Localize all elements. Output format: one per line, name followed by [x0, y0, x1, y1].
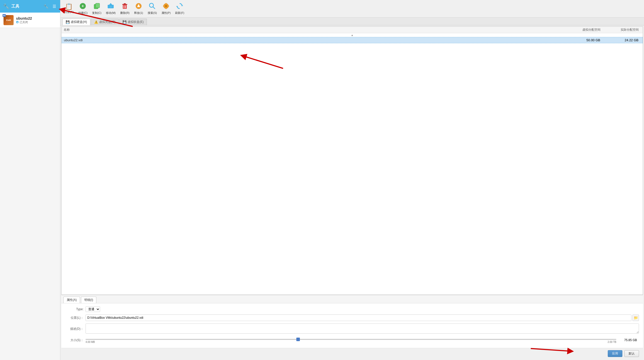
- size-min-label: 4.00 MB: [86, 341, 95, 343]
- vm-thumbnail: 64 EaM: [4, 15, 14, 25]
- collapse-indicator[interactable]: ▲: [62, 33, 643, 37]
- size-slider[interactable]: [86, 339, 616, 340]
- properties-button[interactable]: 属性(P): [159, 2, 173, 16]
- main-panel: 📋 注册(A) + 创建(C): [60, 0, 644, 360]
- description-textarea[interactable]: [86, 324, 639, 334]
- refresh-label: 刷新(F): [175, 11, 184, 15]
- svg-rect-21: [168, 6, 169, 7]
- vcd-icon: ⚠️: [94, 20, 98, 24]
- move-label: 移动(M): [106, 11, 116, 15]
- tab-vcd-label: 虚拟光盘(O): [99, 20, 115, 24]
- col-virtual-header: 虚拟分配空间: [560, 28, 600, 32]
- register-icon: 📋: [65, 4, 73, 10]
- size-current-value: 75.85 GB: [616, 338, 639, 342]
- toolbar: 📋 注册(A) + 创建(C): [60, 0, 644, 18]
- svg-text:→: →: [109, 5, 112, 8]
- svg-point-17: [165, 5, 167, 7]
- location-value: 📁: [86, 314, 639, 321]
- svg-rect-20: [163, 6, 164, 7]
- vm-status-text: 已关闭: [20, 20, 28, 24]
- vm-name: ubuntu22: [16, 16, 32, 20]
- refresh-icon: [176, 3, 183, 11]
- size-label: 大小(S)：: [65, 338, 86, 342]
- tab-vhd[interactable]: 💾 虚拟硬盘(H): [62, 19, 90, 25]
- tab-vfd-label: 虚拟软盘(E): [128, 20, 144, 24]
- copy-button[interactable]: 复制(C): [90, 2, 103, 16]
- disk-list-content: ubuntu22.vdi 50.00 GB 24.22 GB: [62, 37, 643, 295]
- vm-info: ubuntu22 已关闭: [16, 16, 32, 24]
- col-actual-header: 实际分配空间: [600, 28, 641, 32]
- svg-marker-22: [181, 5, 183, 6]
- collapse-icon: ▲: [351, 34, 353, 36]
- move-button[interactable]: → 移动(M): [104, 2, 118, 16]
- description-label: 描述(D)：: [65, 327, 86, 331]
- register-label: 注册(A): [64, 10, 74, 14]
- copy-icon: [93, 3, 100, 11]
- search-button[interactable]: 搜索(S): [146, 2, 159, 16]
- tab-attributes[interactable]: 属性(A): [63, 297, 80, 303]
- release-icon: [135, 3, 142, 11]
- default-button[interactable]: 默认: [624, 350, 639, 357]
- content-area: 名称 虚拟分配空间 实际分配空间 ▲ ubuntu22.vdi 50.00 GB…: [61, 26, 643, 295]
- delete-icon: [121, 3, 128, 11]
- search-label: 搜索(S): [148, 11, 157, 15]
- disk-virtual-size: 50.00 GB: [560, 38, 600, 42]
- tab-details-label: 明细(I): [84, 298, 93, 302]
- type-value: 普通 差分: [86, 306, 639, 312]
- svg-rect-3: [96, 3, 100, 8]
- sidebar-header-actions: 🔧 ☰: [43, 4, 57, 9]
- disk-manager-area: 名称 虚拟分配空间 实际分配空间 ▲ ubuntu22.vdi 50.00 GB…: [61, 26, 643, 359]
- properties-content: Type: 普通 差分 位置(L)： 📁: [61, 303, 643, 348]
- size-max-label: 2.00 TB: [608, 341, 616, 343]
- vm-badge: 64: [3, 14, 6, 17]
- tab-vhd-label: 虚拟硬盘(H): [71, 20, 87, 24]
- delete-label: 删除(R): [120, 11, 130, 15]
- menu-icon-btn[interactable]: ☰: [52, 4, 57, 9]
- tab-bar: 💾 虚拟硬盘(H) ⚠️ 虚拟光盘(O) 💾 虚拟软盘(E): [60, 18, 644, 25]
- wrench-icon-btn[interactable]: 🔧: [43, 4, 50, 9]
- type-row: Type: 普通 差分: [65, 306, 639, 312]
- vm-list-item[interactable]: 64 EaM ubuntu22 已关闭: [0, 13, 60, 28]
- refresh-button[interactable]: 刷新(F): [173, 2, 186, 16]
- copy-label: 复制(C): [92, 11, 101, 15]
- location-label: 位置(L)：: [65, 316, 86, 320]
- svg-rect-19: [166, 8, 167, 9]
- svg-rect-7: [123, 5, 127, 9]
- disk-row[interactable]: ubuntu22.vdi 50.00 GB 24.22 GB: [62, 37, 643, 43]
- property-tabs: 属性(A) 明细(I): [61, 295, 643, 303]
- apply-button[interactable]: 应用: [608, 350, 622, 357]
- status-icon: [16, 21, 19, 23]
- col-name-header: 名称: [64, 28, 560, 32]
- tab-details[interactable]: 明细(I): [81, 297, 96, 303]
- properties-icon: [163, 3, 170, 11]
- create-button[interactable]: + 创建(C): [76, 2, 90, 16]
- delete-button[interactable]: 删除(R): [118, 2, 132, 16]
- location-folder-button[interactable]: 📁: [632, 314, 639, 321]
- type-select[interactable]: 普通 差分: [86, 306, 100, 312]
- tools-icon: 🔧: [3, 3, 9, 9]
- move-icon: →: [107, 3, 114, 11]
- tab-vfd[interactable]: 💾 虚拟软盘(E): [119, 19, 147, 25]
- svg-line-15: [153, 7, 155, 9]
- vhd-icon: 💾: [66, 20, 70, 24]
- disk-actual-size: 24.22 GB: [600, 38, 640, 42]
- svg-point-14: [149, 3, 153, 7]
- type-label: Type:: [65, 307, 86, 311]
- svg-rect-9: [124, 3, 126, 4]
- svg-marker-5: [109, 3, 112, 5]
- location-input[interactable]: [86, 314, 631, 321]
- tab-vcd[interactable]: ⚠️ 虚拟光盘(O): [91, 19, 119, 25]
- svg-text:+: +: [82, 4, 84, 8]
- vm-thumbnail-text: EaM: [6, 19, 11, 21]
- size-row: 大小(S)： 4.00 MB 2.00 TB 75.85 GB: [65, 337, 639, 343]
- create-label: 创建(C): [78, 11, 88, 15]
- release-label: 释放(1): [134, 11, 143, 15]
- disk-name: ubuntu22.vdi: [64, 38, 560, 42]
- disk-list-header: 名称 虚拟分配空间 实际分配空间: [62, 27, 643, 33]
- bottom-panel: 属性(A) 明细(I) Type: 普通 差分: [61, 295, 643, 359]
- size-slider-container: 4.00 MB 2.00 TB: [86, 337, 616, 343]
- register-button[interactable]: 📋 注册(A): [62, 3, 76, 15]
- release-button[interactable]: 释放(1): [132, 2, 145, 16]
- description-row: 描述(D)：: [65, 324, 639, 334]
- sidebar-title: 工具: [11, 4, 19, 9]
